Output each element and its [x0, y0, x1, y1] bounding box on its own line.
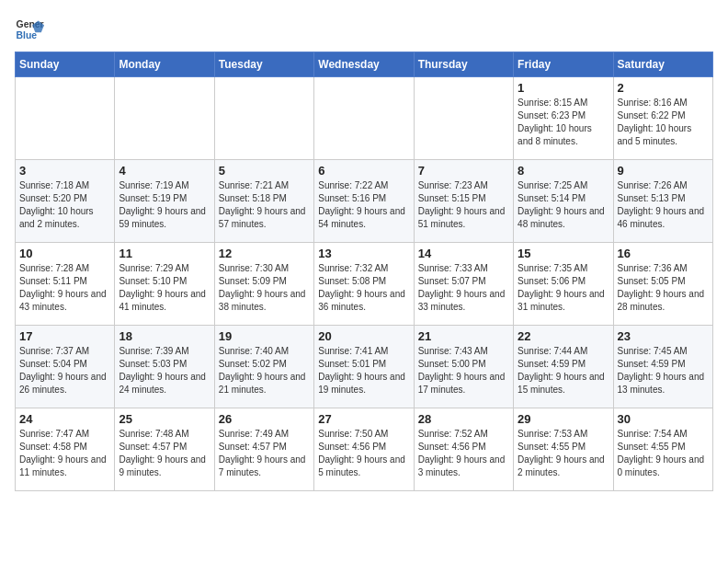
day-info: Sunrise: 7:28 AM Sunset: 5:11 PM Dayligh…: [19, 262, 110, 314]
day-number: 20: [318, 329, 409, 343]
calendar-cell: 3Sunrise: 7:18 AM Sunset: 5:20 PM Daylig…: [16, 160, 115, 243]
day-info: Sunrise: 7:53 AM Sunset: 4:55 PM Dayligh…: [518, 428, 609, 479]
day-number: 12: [219, 247, 310, 260]
day-info: Sunrise: 7:37 AM Sunset: 5:04 PM Dayligh…: [19, 345, 110, 396]
day-info: Sunrise: 7:47 AM Sunset: 4:58 PM Dayligh…: [19, 428, 110, 479]
svg-text:Blue: Blue: [17, 30, 38, 40]
calendar-cell: [115, 77, 214, 160]
day-info: Sunrise: 7:26 AM Sunset: 5:13 PM Dayligh…: [618, 179, 709, 231]
calendar-cell: [16, 77, 115, 160]
calendar-cell: 20Sunrise: 7:41 AM Sunset: 5:01 PM Dayli…: [314, 326, 414, 408]
calendar-cell: 26Sunrise: 7:49 AM Sunset: 4:57 PM Dayli…: [214, 408, 313, 491]
day-info: Sunrise: 7:19 AM Sunset: 5:19 PM Dayligh…: [119, 179, 210, 231]
day-number: 23: [618, 329, 709, 343]
calendar-cell: 13Sunrise: 7:32 AM Sunset: 5:08 PM Dayli…: [314, 243, 414, 326]
calendar-cell: 12Sunrise: 7:30 AM Sunset: 5:09 PM Dayli…: [214, 243, 313, 326]
day-info: Sunrise: 8:15 AM Sunset: 6:23 PM Dayligh…: [518, 97, 609, 148]
day-info: Sunrise: 7:52 AM Sunset: 4:56 PM Dayligh…: [418, 428, 509, 479]
day-info: Sunrise: 7:30 AM Sunset: 5:09 PM Dayligh…: [219, 262, 310, 314]
calendar-cell: 19Sunrise: 7:40 AM Sunset: 5:02 PM Dayli…: [214, 326, 313, 408]
day-info: Sunrise: 7:41 AM Sunset: 5:01 PM Dayligh…: [318, 345, 409, 396]
day-number: 1: [518, 81, 609, 95]
day-number: 6: [318, 164, 409, 178]
day-info: Sunrise: 7:50 AM Sunset: 4:56 PM Dayligh…: [318, 428, 409, 479]
day-number: 10: [19, 247, 110, 260]
logo-icon: General Blue: [15, 15, 44, 44]
weekday-header-thursday: Thursday: [414, 52, 513, 77]
day-info: Sunrise: 7:40 AM Sunset: 5:02 PM Dayligh…: [219, 345, 310, 396]
day-info: Sunrise: 7:23 AM Sunset: 5:15 PM Dayligh…: [418, 179, 509, 231]
page-header: General Blue: [15, 15, 713, 44]
calendar-cell: 10Sunrise: 7:28 AM Sunset: 5:11 PM Dayli…: [16, 243, 115, 326]
day-number: 22: [518, 329, 609, 343]
day-number: 3: [19, 164, 110, 178]
calendar-cell: 16Sunrise: 7:36 AM Sunset: 5:05 PM Dayli…: [613, 243, 712, 326]
day-number: 27: [318, 412, 409, 426]
day-info: Sunrise: 7:35 AM Sunset: 5:06 PM Dayligh…: [518, 262, 609, 314]
day-info: Sunrise: 7:43 AM Sunset: 5:00 PM Dayligh…: [418, 345, 509, 396]
day-number: 4: [119, 164, 210, 178]
calendar-cell: 27Sunrise: 7:50 AM Sunset: 4:56 PM Dayli…: [314, 408, 414, 491]
calendar-cell: 11Sunrise: 7:29 AM Sunset: 5:10 PM Dayli…: [115, 243, 214, 326]
weekday-header-saturday: Saturday: [613, 52, 712, 77]
week-row-5: 24Sunrise: 7:47 AM Sunset: 4:58 PM Dayli…: [16, 408, 713, 491]
day-number: 8: [518, 164, 609, 178]
calendar-cell: 2Sunrise: 8:16 AM Sunset: 6:22 PM Daylig…: [613, 77, 712, 160]
day-info: Sunrise: 7:21 AM Sunset: 5:18 PM Dayligh…: [219, 179, 310, 231]
weekday-header-monday: Monday: [115, 52, 214, 77]
logo: General Blue: [15, 15, 44, 44]
day-number: 16: [618, 247, 709, 260]
day-info: Sunrise: 7:36 AM Sunset: 5:05 PM Dayligh…: [618, 262, 709, 314]
day-number: 13: [318, 247, 409, 260]
calendar-cell: [414, 77, 513, 160]
calendar-cell: 1Sunrise: 8:15 AM Sunset: 6:23 PM Daylig…: [514, 77, 613, 160]
calendar-cell: 21Sunrise: 7:43 AM Sunset: 5:00 PM Dayli…: [414, 326, 513, 408]
day-info: Sunrise: 7:32 AM Sunset: 5:08 PM Dayligh…: [318, 262, 409, 314]
calendar-cell: 4Sunrise: 7:19 AM Sunset: 5:19 PM Daylig…: [115, 160, 214, 243]
day-number: 5: [219, 164, 310, 178]
day-number: 11: [119, 247, 210, 260]
day-info: Sunrise: 7:45 AM Sunset: 4:59 PM Dayligh…: [618, 345, 709, 396]
calendar-cell: 17Sunrise: 7:37 AM Sunset: 5:04 PM Dayli…: [16, 326, 115, 408]
week-row-2: 3Sunrise: 7:18 AM Sunset: 5:20 PM Daylig…: [16, 160, 713, 243]
calendar-cell: 24Sunrise: 7:47 AM Sunset: 4:58 PM Dayli…: [16, 408, 115, 491]
day-info: Sunrise: 7:22 AM Sunset: 5:16 PM Dayligh…: [318, 179, 409, 231]
day-number: 2: [618, 81, 709, 95]
calendar-cell: [314, 77, 414, 160]
calendar-cell: 8Sunrise: 7:25 AM Sunset: 5:14 PM Daylig…: [514, 160, 613, 243]
day-number: 28: [418, 412, 509, 426]
day-number: 24: [19, 412, 110, 426]
calendar-cell: 15Sunrise: 7:35 AM Sunset: 5:06 PM Dayli…: [514, 243, 613, 326]
day-number: 17: [19, 329, 110, 343]
calendar-cell: 30Sunrise: 7:54 AM Sunset: 4:55 PM Dayli…: [613, 408, 712, 491]
weekday-header-row: SundayMondayTuesdayWednesdayThursdayFrid…: [16, 52, 713, 77]
calendar-cell: 6Sunrise: 7:22 AM Sunset: 5:16 PM Daylig…: [314, 160, 414, 243]
calendar-cell: 23Sunrise: 7:45 AM Sunset: 4:59 PM Dayli…: [613, 326, 712, 408]
week-row-4: 17Sunrise: 7:37 AM Sunset: 5:04 PM Dayli…: [16, 326, 713, 408]
day-info: Sunrise: 7:18 AM Sunset: 5:20 PM Dayligh…: [19, 179, 110, 231]
day-info: Sunrise: 7:54 AM Sunset: 4:55 PM Dayligh…: [618, 428, 709, 479]
day-info: Sunrise: 8:16 AM Sunset: 6:22 PM Dayligh…: [618, 97, 709, 148]
weekday-header-wednesday: Wednesday: [314, 52, 414, 77]
weekday-header-tuesday: Tuesday: [214, 52, 313, 77]
day-number: 18: [119, 329, 210, 343]
day-number: 30: [618, 412, 709, 426]
day-number: 15: [518, 247, 609, 260]
day-number: 7: [418, 164, 509, 178]
calendar-cell: 14Sunrise: 7:33 AM Sunset: 5:07 PM Dayli…: [414, 243, 513, 326]
calendar-cell: 28Sunrise: 7:52 AM Sunset: 4:56 PM Dayli…: [414, 408, 513, 491]
day-number: 26: [219, 412, 310, 426]
day-number: 19: [219, 329, 310, 343]
day-info: Sunrise: 7:49 AM Sunset: 4:57 PM Dayligh…: [219, 428, 310, 479]
calendar-cell: 5Sunrise: 7:21 AM Sunset: 5:18 PM Daylig…: [214, 160, 313, 243]
day-info: Sunrise: 7:25 AM Sunset: 5:14 PM Dayligh…: [518, 179, 609, 231]
calendar-cell: 22Sunrise: 7:44 AM Sunset: 4:59 PM Dayli…: [514, 326, 613, 408]
calendar-cell: 29Sunrise: 7:53 AM Sunset: 4:55 PM Dayli…: [514, 408, 613, 491]
day-info: Sunrise: 7:29 AM Sunset: 5:10 PM Dayligh…: [119, 262, 210, 314]
weekday-header-friday: Friday: [514, 52, 613, 77]
day-number: 25: [119, 412, 210, 426]
day-info: Sunrise: 7:44 AM Sunset: 4:59 PM Dayligh…: [518, 345, 609, 396]
calendar-cell: 18Sunrise: 7:39 AM Sunset: 5:03 PM Dayli…: [115, 326, 214, 408]
day-info: Sunrise: 7:33 AM Sunset: 5:07 PM Dayligh…: [418, 262, 509, 314]
day-number: 29: [518, 412, 609, 426]
